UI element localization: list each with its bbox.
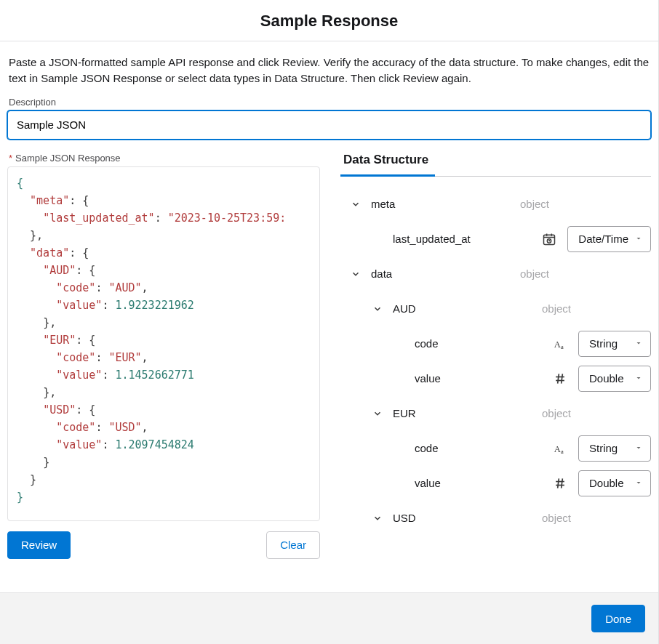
svg-line-12: [562, 374, 563, 383]
type-select-value: Double: [589, 372, 624, 385]
svg-line-18: [562, 478, 563, 488]
json-response-label: *Sample JSON Response: [9, 153, 319, 164]
data-structure-tab-indicator: [340, 176, 651, 177]
type-select-value: Date/Time: [578, 233, 628, 245]
tree-node-eur-code: code Aa String: [340, 431, 651, 466]
tree-node-label: last_updated_at: [393, 233, 471, 245]
text-type-icon: Aa: [551, 334, 570, 353]
tree-node-aud-code: code Aa String: [340, 326, 651, 361]
type-select-datetime[interactable]: Date/Time: [567, 226, 651, 252]
tree-node-aud: AUD object: [340, 291, 651, 326]
svg-line-17: [558, 478, 559, 488]
number-type-icon: [551, 369, 570, 388]
chevron-down-icon[interactable]: [371, 302, 384, 315]
caret-down-icon: [634, 477, 643, 489]
type-object-label: object: [542, 512, 571, 524]
chevron-down-icon[interactable]: [371, 512, 384, 525]
svg-text:a: a: [561, 342, 564, 350]
type-select-string[interactable]: String: [578, 435, 651, 462]
chevron-down-icon[interactable]: [371, 407, 384, 420]
tree-node-meta: meta object: [340, 187, 651, 222]
type-object-label: object: [542, 302, 571, 315]
tree-node-usd: USD object: [340, 501, 651, 536]
type-select-value: String: [589, 442, 618, 454]
data-structure-title: Data Structure: [340, 153, 651, 176]
done-button[interactable]: Done: [591, 605, 645, 632]
type-select-double[interactable]: Double: [578, 366, 651, 392]
tree-node-label: value: [415, 372, 441, 385]
tree-node-label: AUD: [393, 302, 416, 315]
text-type-icon: Aa: [551, 439, 570, 458]
caret-down-icon: [634, 233, 643, 245]
datetime-icon: [540, 230, 559, 249]
type-object-label: object: [520, 267, 549, 280]
tree-node-eur-value: value Double: [340, 466, 651, 501]
tree-node-label: code: [415, 442, 439, 454]
number-type-icon: [551, 474, 570, 493]
tree-node-label: EUR: [393, 407, 416, 419]
description-input[interactable]: [7, 110, 651, 140]
instructions-text: Paste a JSON-formatted sample API respon…: [9, 55, 650, 86]
tree-node-last-updated-at: last_updated_at Date/Time: [340, 222, 651, 257]
chevron-down-icon[interactable]: [349, 267, 362, 281]
svg-line-11: [558, 374, 559, 383]
dialog-footer: Done: [0, 592, 658, 644]
data-structure-tree: meta object last_updated_at: [340, 187, 651, 536]
svg-text:A: A: [554, 339, 561, 350]
tree-node-label: data: [371, 267, 392, 280]
type-object-label: object: [542, 407, 571, 419]
caret-down-icon: [634, 372, 643, 385]
type-select-double[interactable]: Double: [578, 470, 651, 496]
required-marker: *: [9, 153, 12, 164]
tree-node-eur: EUR object: [340, 396, 651, 431]
chevron-down-icon[interactable]: [349, 198, 362, 211]
tree-node-aud-value: value Double: [340, 361, 651, 396]
description-label: Description: [9, 97, 650, 108]
caret-down-icon: [634, 337, 643, 350]
type-select-string[interactable]: String: [578, 331, 651, 357]
tree-node-label: code: [415, 337, 439, 350]
caret-down-icon: [634, 442, 643, 454]
tree-node-label: USD: [393, 512, 416, 524]
type-select-value: Double: [589, 477, 624, 489]
clear-button[interactable]: Clear: [266, 531, 320, 559]
json-editor[interactable]: { "meta": { "last_updated_at": "2023-10-…: [7, 166, 320, 521]
type-select-value: String: [589, 337, 618, 350]
tree-node-data: data object: [340, 257, 651, 291]
dialog-body: Paste a JSON-formatted sample API respon…: [0, 41, 658, 592]
dialog-title: Sample Response: [0, 0, 658, 41]
review-button[interactable]: Review: [7, 531, 71, 559]
tree-node-label: meta: [371, 198, 395, 210]
type-object-label: object: [520, 198, 549, 210]
tree-node-label: value: [415, 477, 441, 489]
svg-text:a: a: [561, 447, 564, 454]
svg-text:A: A: [554, 444, 561, 454]
